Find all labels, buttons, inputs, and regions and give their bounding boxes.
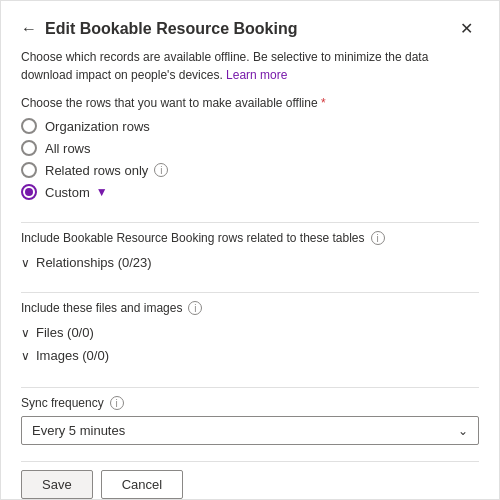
- radio-custom-label: Custom ▼: [45, 185, 108, 200]
- subtitle-text: Choose which records are available offli…: [21, 50, 428, 82]
- radio-group: Organization rows All rows Related rows …: [21, 118, 479, 200]
- cancel-button[interactable]: Cancel: [101, 470, 183, 499]
- modal-subtitle: Choose which records are available offli…: [21, 48, 479, 84]
- modal-title: Edit Bookable Resource Booking: [45, 20, 297, 38]
- include-related-info-icon[interactable]: i: [371, 231, 385, 245]
- files-label: Files (0/0): [36, 325, 94, 340]
- radio-org[interactable]: Organization rows: [21, 118, 479, 134]
- radio-all-input[interactable]: [21, 140, 37, 156]
- radio-related-label: Related rows only i: [45, 163, 168, 178]
- related-info-icon[interactable]: i: [154, 163, 168, 177]
- relationships-row[interactable]: ∨ Relationships (0/23): [21, 251, 479, 274]
- filter-icon: ▼: [96, 185, 108, 199]
- include-files-section: Include these files and images i ∨ Files…: [21, 301, 479, 367]
- images-row[interactable]: ∨ Images (0/0): [21, 344, 479, 367]
- images-label: Images (0/0): [36, 348, 109, 363]
- modal-container: ← Edit Bookable Resource Booking ✕ Choos…: [0, 0, 500, 500]
- sync-section: Sync frequency i Every 5 minutes Every 1…: [21, 396, 479, 445]
- back-button[interactable]: ←: [21, 20, 37, 38]
- close-button[interactable]: ✕: [454, 17, 479, 40]
- include-related-section: Include Bookable Resource Booking rows r…: [21, 231, 479, 274]
- radio-related-input[interactable]: [21, 162, 37, 178]
- files-row[interactable]: ∨ Files (0/0): [21, 321, 479, 344]
- radio-custom-input[interactable]: [21, 184, 37, 200]
- radio-custom[interactable]: Custom ▼: [21, 184, 479, 200]
- header-left: ← Edit Bookable Resource Booking: [21, 20, 297, 38]
- rows-section-label: Choose the rows that you want to make av…: [21, 96, 479, 110]
- include-files-info-icon[interactable]: i: [188, 301, 202, 315]
- modal-footer: Save Cancel: [21, 461, 479, 499]
- relationships-chevron: ∨: [21, 256, 30, 270]
- images-chevron: ∨: [21, 349, 30, 363]
- radio-org-input[interactable]: [21, 118, 37, 134]
- divider-1: [21, 222, 479, 223]
- radio-related[interactable]: Related rows only i: [21, 162, 479, 178]
- save-button[interactable]: Save: [21, 470, 93, 499]
- radio-org-label: Organization rows: [45, 119, 150, 134]
- divider-2: [21, 292, 479, 293]
- radio-all[interactable]: All rows: [21, 140, 479, 156]
- relationships-label: Relationships (0/23): [36, 255, 152, 270]
- modal-header: ← Edit Bookable Resource Booking ✕: [21, 17, 479, 40]
- radio-all-label: All rows: [45, 141, 91, 156]
- divider-3: [21, 387, 479, 388]
- include-files-label: Include these files and images i: [21, 301, 479, 315]
- sync-info-icon[interactable]: i: [110, 396, 124, 410]
- files-chevron: ∨: [21, 326, 30, 340]
- include-related-label: Include Bookable Resource Booking rows r…: [21, 231, 479, 245]
- learn-more-link[interactable]: Learn more: [226, 68, 287, 82]
- required-marker: *: [321, 96, 326, 110]
- sync-dropdown-wrapper: Every 5 minutes Every 15 minutes Every 3…: [21, 416, 479, 445]
- sync-label: Sync frequency i: [21, 396, 479, 410]
- sync-dropdown[interactable]: Every 5 minutes Every 15 minutes Every 3…: [22, 417, 478, 444]
